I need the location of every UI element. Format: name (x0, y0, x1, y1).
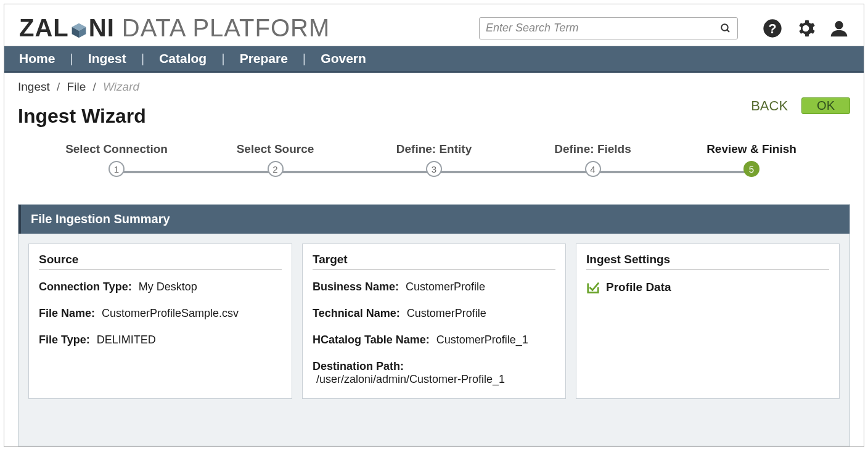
dest-path-value: /user/zaloni/admin/Customer-Profile_1 (316, 373, 505, 385)
profile-data-label: Profile Data (606, 281, 671, 294)
svg-point-3 (721, 24, 728, 31)
gear-icon[interactable] (796, 18, 816, 38)
crumb-ingest[interactable]: Ingest (18, 80, 50, 93)
brand-cube-icon (70, 22, 88, 39)
card-source-title: Source (39, 253, 282, 269)
file-name-label: File Name: (39, 307, 95, 319)
app-header: ZAL NI DATA PLATFORM ? (4, 4, 864, 46)
hcatalog-value: CustomerProfile_1 (436, 334, 528, 346)
file-type-value: DELIMITED (97, 334, 156, 346)
nav-govern[interactable]: Govern (321, 51, 366, 66)
business-name-label: Business Name: (313, 281, 399, 293)
card-settings-title: Ingest Settings (586, 253, 829, 269)
wizard-stepper: Select Connection 1 Select Source 2 Defi… (43, 142, 825, 186)
nav-prepare[interactable]: Prepare (240, 51, 288, 66)
file-name-value: CustomerProfileSample.csv (102, 307, 239, 319)
ok-button[interactable]: OK (801, 97, 850, 114)
search-icon[interactable] (720, 23, 731, 34)
search-input[interactable] (486, 22, 720, 35)
global-search[interactable] (479, 17, 738, 39)
svg-text:?: ? (768, 22, 776, 36)
user-icon[interactable] (829, 18, 849, 38)
connection-type-value: My Desktop (139, 281, 197, 293)
primary-nav: Home | Ingest | Catalog | Prepare | Gove… (4, 46, 864, 73)
card-target-title: Target (313, 253, 555, 269)
business-name-value: CustomerProfile (406, 281, 485, 293)
crumb-wizard: Wizard (103, 80, 139, 93)
back-button[interactable]: BACK (751, 98, 788, 114)
breadcrumb: Ingest / File / Wizard (18, 80, 850, 94)
technical-name-value: CustomerProfile (407, 307, 486, 319)
step-define-entity[interactable]: Define: Entity 3 (360, 142, 508, 177)
brand-logo: ZAL NI DATA PLATFORM (19, 14, 330, 42)
summary-panel: File Ingestion Summary Source Connection… (18, 204, 850, 446)
summary-header: File Ingestion Summary (18, 205, 850, 234)
nav-catalog[interactable]: Catalog (159, 51, 207, 66)
card-source: Source Connection Type: My Desktop File … (28, 244, 292, 399)
page-title: Ingest Wizard (18, 105, 146, 128)
step-define-fields[interactable]: Define: Fields 4 (519, 142, 667, 177)
hcatalog-label: HCatalog Table Name: (313, 334, 430, 346)
help-icon[interactable]: ? (763, 18, 782, 38)
step-select-source[interactable]: Select Source 2 (202, 142, 350, 177)
card-ingest-settings: Ingest Settings Profile Data (576, 244, 840, 399)
brand-suffix: DATA PLATFORM (122, 14, 330, 42)
step-select-connection[interactable]: Select Connection 1 (43, 142, 190, 177)
step-review-finish[interactable]: Review & Finish 5 (678, 142, 825, 177)
crumb-file[interactable]: File (67, 80, 86, 93)
checkmark-icon (586, 281, 600, 294)
connection-type-label: Connection Type: (39, 281, 132, 293)
nav-home[interactable]: Home (19, 51, 55, 66)
file-type-label: File Type: (39, 334, 90, 346)
svg-line-4 (727, 30, 729, 32)
technical-name-label: Technical Name: (313, 307, 400, 319)
card-target: Target Business Name: CustomerProfile Te… (302, 244, 566, 399)
dest-path-label: Destination Path: (313, 360, 404, 372)
nav-ingest[interactable]: Ingest (88, 51, 126, 66)
svg-point-7 (835, 21, 843, 29)
